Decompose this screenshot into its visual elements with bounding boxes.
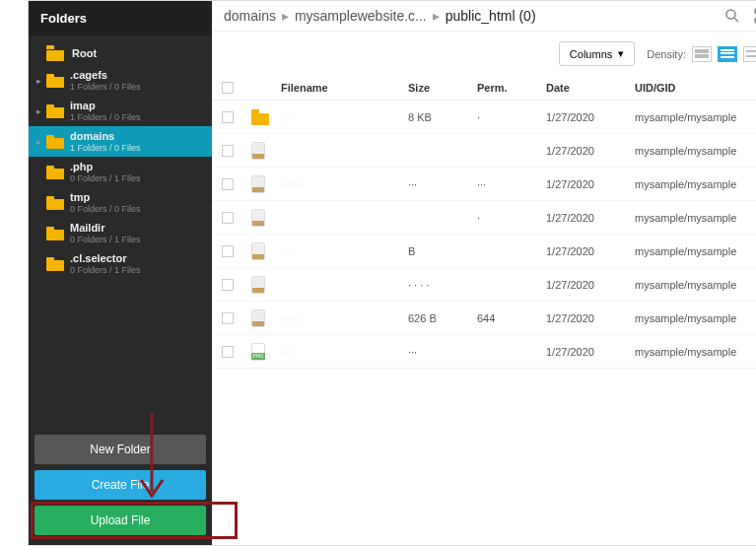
col-uidgid[interactable]: UID/GID <box>635 82 756 94</box>
image-file-icon <box>251 343 265 361</box>
tree-item-php[interactable]: .php0 Folders / 1 Files <box>29 157 212 187</box>
file-perm: · <box>477 212 546 224</box>
file-name: ···· <box>281 245 293 257</box>
tree-item-clselector[interactable]: .cl.selector0 Folders / 1 Files <box>29 248 212 279</box>
caret-down-icon: ▾ <box>618 47 624 60</box>
file-date: 1/27/2020 <box>546 178 635 190</box>
file-uidgid: mysample/mysample <box>635 111 756 123</box>
file-uidgid: mysample/mysample <box>635 178 756 190</box>
table-row[interactable]: · · · ·1/27/2020mysample/mysample <box>212 268 756 302</box>
upload-file-button[interactable]: Upload File <box>34 506 206 535</box>
file-uidgid: mysample/mysample <box>635 145 756 157</box>
file-size: 626 B <box>408 312 477 324</box>
file-size: 8 KB <box>408 111 477 123</box>
row-checkbox[interactable] <box>222 346 234 358</box>
sidebar-title: Folders <box>29 1 212 35</box>
tree-sublabel: 0 Folders / 1 Files <box>70 265 141 275</box>
tree-label: Maildir <box>70 222 141 234</box>
file-perm: 644 <box>477 312 546 324</box>
tree-item-root[interactable]: Root <box>29 41 212 65</box>
density-normal-button[interactable] <box>718 46 737 62</box>
folder-icon <box>46 257 64 271</box>
folder-icon <box>46 45 66 61</box>
table-row[interactable]: ···· B1/27/2020mysample/mysample <box>212 235 756 268</box>
breadcrumb: domains ▸ mysamplewebsite.c... ▸ public_… <box>224 8 536 24</box>
columns-button[interactable]: Columns ▾ <box>559 41 635 66</box>
file-date: 1/27/2020 <box>546 279 635 291</box>
file-uidgid: mysample/mysample <box>635 212 756 224</box>
tree-sublabel: 0 Folders / 1 Files <box>70 173 141 183</box>
new-folder-button[interactable]: New Folder <box>34 435 206 464</box>
density-compact-button[interactable] <box>692 46 712 62</box>
file-date: 1/27/2020 <box>546 145 635 157</box>
density-label: Density: <box>647 48 686 60</box>
folder-icon <box>46 104 64 118</box>
tree-sublabel: 0 Folders / 0 Files <box>70 204 141 214</box>
file-perm: ··· <box>477 178 546 190</box>
tree-label: .cagefs <box>70 69 141 81</box>
row-checkbox[interactable] <box>222 178 234 190</box>
svg-point-1 <box>726 10 735 19</box>
col-filename[interactable]: Filename <box>281 82 408 94</box>
col-size[interactable]: Size <box>408 82 477 94</box>
file-perm: · <box>477 111 546 123</box>
table-row[interactable]: 1/27/2020mysample/mysample <box>212 134 756 168</box>
file-icon <box>251 309 265 327</box>
tree-label: Root <box>72 47 97 59</box>
file-uidgid: mysample/mysample <box>635 279 756 291</box>
density-control: Density: <box>647 46 756 62</box>
topbar: domains ▸ mysamplewebsite.c... ▸ public_… <box>212 1 756 32</box>
breadcrumb-item-current[interactable]: public_html (0) <box>446 8 536 24</box>
sidebar-buttons: New Folder Create File Upload File <box>29 435 212 545</box>
folder-icon <box>46 166 64 179</box>
tree-sublabel: 1 Folders / 0 Files <box>70 143 141 153</box>
tree-item-domains[interactable]: ▸ domains1 Folders / 0 Files <box>29 126 212 157</box>
file-icon <box>251 175 265 193</box>
svg-line-2 <box>734 18 738 22</box>
select-all-checkbox[interactable] <box>222 82 234 94</box>
file-name: ······· <box>281 312 302 324</box>
col-date[interactable]: Date <box>546 82 635 94</box>
chevron-icon[interactable]: ▸ <box>36 137 46 147</box>
tree-item-imap[interactable]: ▸ imap1 Folders / 0 Files <box>29 96 212 126</box>
file-size: ··· <box>408 178 477 190</box>
tree-sublabel: 1 Folders / 0 Files <box>70 112 141 122</box>
chevron-icon[interactable]: ▸ <box>36 106 46 116</box>
folder-tree: Root ▸ .cagefs1 Folders / 0 Files ▸ imap… <box>29 35 212 285</box>
table-row[interactable]: ·······1/27/2020mysample/mysample <box>212 335 756 369</box>
table-row[interactable]: ·······626 B6441/27/2020mysample/mysampl… <box>212 302 756 335</box>
file-size: · · · · <box>408 279 477 291</box>
row-checkbox[interactable] <box>222 245 234 257</box>
table-row[interactable]: ···8 KB·1/27/2020mysample/mysample <box>212 101 756 134</box>
row-checkbox[interactable] <box>222 111 234 123</box>
col-perm[interactable]: Perm. <box>477 82 546 94</box>
file-date: 1/27/2020 <box>546 111 635 123</box>
tree-item-tmp[interactable]: tmp0 Folders / 0 Files <box>29 187 212 218</box>
file-table: Filename Size Perm. Date UID/GID ···8 KB… <box>212 76 756 369</box>
table-header: Filename Size Perm. Date UID/GID <box>212 76 756 101</box>
tree-item-cagefs[interactable]: ▸ .cagefs1 Folders / 0 Files <box>29 65 212 96</box>
tree-label: imap <box>70 100 141 111</box>
tree-item-maildir[interactable]: Maildir0 Folders / 1 Files <box>29 218 212 248</box>
row-checkbox[interactable] <box>222 279 234 291</box>
row-checkbox[interactable] <box>222 145 234 157</box>
density-loose-button[interactable] <box>743 46 756 62</box>
file-icon <box>251 209 265 227</box>
row-checkbox[interactable] <box>222 312 234 324</box>
chevron-right-icon: ▸ <box>282 8 289 24</box>
search-icon[interactable] <box>723 7 741 25</box>
folder-icon <box>46 135 64 149</box>
create-file-button[interactable]: Create File <box>34 470 206 500</box>
file-uidgid: mysample/mysample <box>635 245 756 257</box>
table-row[interactable]: ·············1/27/2020mysample/mysample <box>212 168 756 201</box>
chevron-icon[interactable]: ▸ <box>36 76 46 86</box>
breadcrumb-item[interactable]: mysamplewebsite.c... <box>295 8 427 24</box>
file-name: ······· <box>281 178 302 190</box>
table-row[interactable]: ·1/27/2020mysample/mysample <box>212 201 756 235</box>
tree-label: .cl.selector <box>70 252 141 264</box>
row-checkbox[interactable] <box>222 212 234 224</box>
file-name: ···· <box>281 346 293 358</box>
tree-label: .php <box>70 161 141 172</box>
tree-sublabel: 1 Folders / 0 Files <box>70 82 141 92</box>
breadcrumb-item[interactable]: domains <box>224 8 276 24</box>
